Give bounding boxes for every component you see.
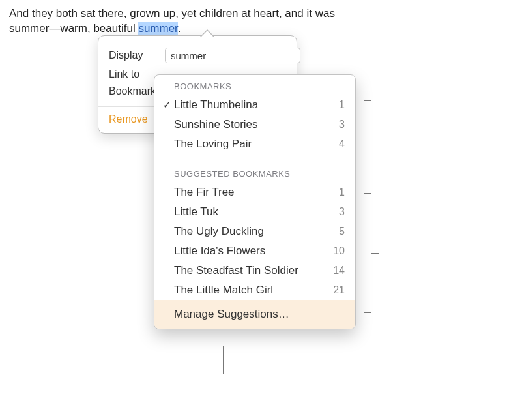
suggested-item[interactable]: The Steadfast Tin Soldier 14 (154, 261, 355, 280)
check-icon: ✓ (160, 99, 174, 111)
suggested-item[interactable]: The Fir Tree 1 (154, 183, 355, 202)
display-row: Display (98, 45, 297, 66)
bookmark-item-page: 3 (325, 119, 345, 130)
suggested-item-page: 21 (325, 284, 345, 296)
suggested-item-page: 14 (325, 265, 345, 277)
callout-line-vertical (223, 346, 224, 374)
display-label: Display (109, 50, 165, 61)
bookmark-item[interactable]: The Loving Pair 4 (154, 134, 355, 154)
suggested-item-name: Little Tuk (174, 205, 325, 218)
bookmarks-header: BOOKMARKS (154, 75, 355, 95)
hyperlink-text[interactable]: summer (138, 22, 177, 35)
suggested-item-name: The Steadfast Tin Soldier (174, 264, 325, 277)
manage-suggestions[interactable]: Manage Suggestions… (154, 300, 355, 329)
suggested-item-page: 5 (325, 226, 345, 237)
callout-bracket (364, 193, 371, 313)
suggested-item-name: The Little Match Girl (174, 284, 325, 297)
bookmark-item-name: Sunshine Stories (174, 118, 325, 131)
body-paragraph: And they both sat there, grown up, yet c… (0, 0, 371, 37)
bookmark-item-page: 1 (325, 99, 345, 111)
suggested-item-page: 3 (325, 206, 345, 218)
bookmark-item-page: 4 (325, 138, 345, 150)
suggested-item[interactable]: Little Tuk 3 (154, 202, 355, 222)
callout-line (371, 253, 379, 254)
bookmark-item[interactable]: ✓ Little Thumbelina 1 (154, 95, 355, 115)
display-input[interactable] (165, 48, 300, 63)
suggested-item[interactable]: The Little Match Girl 21 (154, 280, 355, 300)
suggested-item[interactable]: The Ugly Duckling 5 (154, 222, 355, 241)
suggested-item-page: 10 (325, 245, 345, 257)
dropdown-divider (154, 158, 355, 158)
callout-line (371, 128, 379, 128)
suggested-item-name: The Fir Tree (174, 186, 325, 199)
bookmark-dropdown: BOOKMARKS ✓ Little Thumbelina 1 Sunshine… (154, 74, 356, 329)
bookmark-item-name: Little Thumbelina (174, 98, 325, 112)
suggested-header: SUGGESTED BOOKMARKS (154, 162, 355, 183)
bookmark-item[interactable]: Sunshine Stories 3 (154, 115, 355, 134)
remove-link[interactable]: Remove (109, 113, 148, 125)
suggested-item-name: Little Ida's Flowers (174, 245, 325, 258)
suggested-item[interactable]: Little Ida's Flowers 10 (154, 241, 355, 261)
bookmark-item-name: The Loving Pair (174, 138, 325, 151)
callout-bracket (364, 100, 371, 155)
body-text-suffix: . (178, 22, 181, 35)
suggested-item-page: 1 (325, 187, 345, 198)
suggested-item-name: The Ugly Duckling (174, 225, 325, 238)
